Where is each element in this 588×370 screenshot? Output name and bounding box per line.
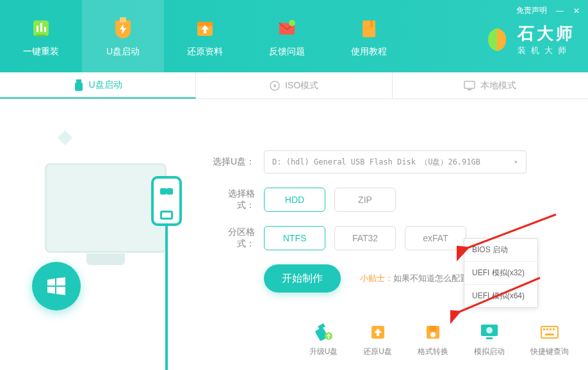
svg-rect-11 <box>370 20 373 27</box>
brand-subtitle: 装机大师 <box>518 45 575 56</box>
minimize-button[interactable]: — <box>556 7 564 15</box>
boot-mode-popup: BIOS 启动 UEFI 模拟(x32) UEFI 模拟(x64) <box>464 238 538 308</box>
nav-reinstall[interactable]: 一键重装 <box>0 0 82 72</box>
tab-usb-boot[interactable]: U盘启动 <box>0 72 196 99</box>
disclaimer-link[interactable]: 免责声明 <box>516 5 547 16</box>
svg-rect-29 <box>543 328 545 330</box>
restore-icon <box>366 322 389 342</box>
shield-usb-icon <box>110 15 136 41</box>
partition-ntfs-button[interactable]: NTFS <box>264 226 325 250</box>
svg-rect-17 <box>468 89 471 90</box>
nav-label: 还原资料 <box>187 46 223 58</box>
illustration: ◆ <box>19 125 186 291</box>
tool-restore-usb[interactable]: 还原U盘 <box>363 322 392 357</box>
partition-fat32-button[interactable]: FAT32 <box>334 226 396 250</box>
svg-rect-5 <box>120 17 126 22</box>
disk-value: D: (hdl) General USB Flash Disk （U盘）26.9… <box>272 157 480 168</box>
svg-rect-26 <box>486 337 493 339</box>
partition-label: 分区格式： <box>211 227 255 250</box>
tab-label: ISO模式 <box>285 80 318 92</box>
brand: 石大师 装机大师 <box>483 22 575 56</box>
svg-rect-2 <box>40 23 42 32</box>
svg-rect-1 <box>37 26 38 32</box>
svg-point-24 <box>430 332 436 337</box>
bar-chart-icon <box>28 15 54 41</box>
partition-exfat-button[interactable]: exFAT <box>405 226 466 250</box>
monitor-icon <box>464 81 475 91</box>
disk-label: 选择U盘： <box>211 156 255 168</box>
tool-simulate-boot[interactable]: 模拟启动 <box>474 322 505 357</box>
svg-point-27 <box>486 327 493 334</box>
popup-uefi-x32[interactable]: UEFI 模拟(x32) <box>464 262 537 285</box>
start-button[interactable]: 开始制作 <box>264 264 341 293</box>
tool-label: 升级U盘 <box>309 346 338 357</box>
book-icon <box>356 15 382 41</box>
tab-label: U盘启动 <box>89 79 122 91</box>
tool-hotkey-query[interactable]: 快捷键查询 <box>530 322 569 357</box>
format-label: 选择格式： <box>211 188 255 211</box>
tool-label: 格式转换 <box>418 346 448 357</box>
disk-icon <box>421 322 445 342</box>
tool-label: 模拟启动 <box>474 346 505 357</box>
nav-label: 一键重装 <box>23 46 59 58</box>
nav-label: 反馈问题 <box>269 46 305 58</box>
iso-icon <box>270 81 280 91</box>
svg-rect-4 <box>36 35 46 36</box>
nav-restore[interactable]: 还原资料 <box>164 0 246 72</box>
tab-local[interactable]: 本地模式 <box>393 72 588 99</box>
tool-label: 还原U盘 <box>363 346 392 357</box>
tab-label: 本地模式 <box>480 80 516 92</box>
svg-rect-3 <box>44 27 46 32</box>
nav-tutorial[interactable]: 使用教程 <box>328 0 410 72</box>
svg-rect-13 <box>75 83 83 91</box>
svg-rect-31 <box>550 328 551 330</box>
close-button[interactable]: ✕ <box>573 7 580 15</box>
popup-bios-boot[interactable]: BIOS 启动 <box>464 239 537 262</box>
svg-rect-32 <box>553 328 555 330</box>
format-hdd-button[interactable]: HDD <box>264 188 325 212</box>
format-zip-button[interactable]: ZIP <box>334 188 396 212</box>
brand-logo-icon <box>483 26 511 54</box>
chevron-down-icon: ▾ <box>514 157 518 166</box>
upload-box-icon <box>192 15 218 41</box>
svg-rect-10 <box>363 20 375 37</box>
nav-label: U盘启动 <box>106 46 140 58</box>
windows-icon <box>32 262 81 310</box>
mail-icon <box>274 15 300 41</box>
tool-label: 快捷键查询 <box>530 346 569 357</box>
tool-upgrade-usb[interactable]: 升级U盘 <box>309 322 338 357</box>
tab-iso[interactable]: ISO模式 <box>196 72 392 99</box>
disk-select[interactable]: D: (hdl) General USB Flash Disk （U盘）26.9… <box>264 150 527 173</box>
svg-rect-30 <box>546 328 548 330</box>
keyboard-icon <box>538 322 561 342</box>
nav-label: 使用教程 <box>351 46 387 58</box>
nav-usb-boot[interactable]: U盘启动 <box>82 0 164 72</box>
svg-rect-16 <box>464 81 475 88</box>
popup-uefi-x64[interactable]: UEFI 模拟(x64) <box>464 285 537 307</box>
monitor-play-icon <box>478 322 501 342</box>
svg-rect-28 <box>541 326 558 338</box>
usb-icon <box>74 79 84 91</box>
svg-rect-12 <box>76 79 81 83</box>
svg-point-15 <box>274 84 276 87</box>
usb-up-icon <box>312 322 335 342</box>
brand-title: 石大师 <box>518 22 575 45</box>
nav-feedback[interactable]: 反馈问题 <box>246 0 328 72</box>
svg-rect-23 <box>430 326 436 331</box>
svg-point-9 <box>289 20 295 26</box>
tool-format-convert[interactable]: 格式转换 <box>418 322 448 357</box>
svg-rect-33 <box>545 334 554 335</box>
